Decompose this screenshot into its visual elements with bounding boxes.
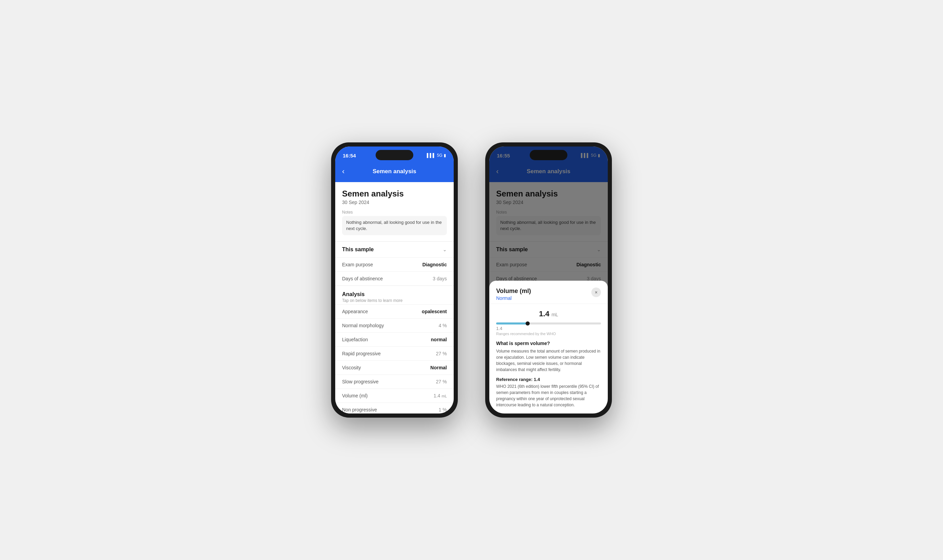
viscosity-value-1: Normal [430,365,447,370]
exam-purpose-value-1: Diagnostic [422,262,447,267]
status-icons-1: ▌▌▌ 5G ▮ [427,153,446,158]
dynamic-island [376,150,413,160]
modal-title-group: Volume (ml) Normal [496,288,531,301]
modal-body: 1.4 mL 1.4 Ranges recommended by the WHO [489,304,608,414]
sample-section-1: This sample ⌄ Exam purpose Diagnostic Da… [335,241,454,286]
analysis-section-1: Analysis Tap on below items to learn mor… [335,286,454,304]
slow-progressive-row-1[interactable]: Slow progressive 27 % [335,374,454,389]
sample-title-1: This sample [342,246,374,252]
report-title-1: Semen analysis [342,189,447,199]
network-type: 5G [437,153,442,158]
range-note: Ranges recommended by the WHO [496,332,601,336]
liquefaction-label-1: Liquefaction [342,337,368,342]
phone-1-screen: 16:54 ▌▌▌ 5G ▮ ‹ Semen analysis Semen an… [335,146,454,414]
reference-text: WHO 2021 (6th edition) lower fifth perce… [496,383,601,408]
volume-unit: mL [552,312,558,317]
slow-progressive-value-1: 27 % [436,379,447,385]
analysis-title-1: Analysis [342,291,447,297]
phone-2: 16:55 ▌▌▌ 5G ▮ ‹ Semen analysis Semen an… [485,142,612,418]
signal-bars-icon: ▌▌▌ [427,153,436,158]
reference-title: Reference range: 1.4 [496,377,601,382]
liquefaction-row-1[interactable]: Liquefaction normal [335,332,454,346]
exam-purpose-label-1: Exam purpose [342,262,373,267]
content-area-1: Semen analysis 30 Sep 2024 Notes Nothing… [335,182,454,414]
modal-title: Volume (ml) [496,288,531,295]
abstinence-row-1[interactable]: Days of abstinence 3 days [335,271,454,286]
normal-morphology-label-1: Normal morphology [342,323,384,328]
normal-morphology-value-1: 4 % [439,323,447,328]
normal-morphology-row-1[interactable]: Normal morphology 4 % [335,318,454,332]
notes-label-1: Notes [342,210,447,215]
range-bar-container: 1.4 Ranges recommended by the WHO [496,322,601,336]
volume-value-1: 1.4 mL [433,393,447,398]
back-button-1[interactable]: ‹ [341,166,346,177]
liquefaction-value-1: normal [431,337,447,342]
range-value: 1.4 [496,326,601,331]
rapid-progressive-label-1: Rapid progressive [342,351,381,356]
volume-row-1[interactable]: Volume (ml) 1.4 mL [335,389,454,403]
phone-1: 16:54 ▌▌▌ 5G ▮ ‹ Semen analysis Semen an… [331,142,458,418]
slow-progressive-label-1: Slow progressive [342,379,379,385]
range-bar-fill [496,322,528,325]
phone-2-screen: 16:55 ▌▌▌ 5G ▮ ‹ Semen analysis Semen an… [489,146,608,414]
appearance-value-1: opalescent [422,309,447,314]
nav-bar-1: ‹ Semen analysis [335,162,454,182]
non-progressive-label-1: Non progressive [342,407,377,412]
volume-label-1: Volume (ml) [342,393,368,398]
viscosity-row-1[interactable]: Viscosity Normal [335,360,454,374]
what-is-title: What is sperm volume? [496,341,601,346]
close-icon: × [595,289,598,295]
analysis-subtitle-1: Tap on below items to learn more [342,298,447,303]
report-header-1: Semen analysis 30 Sep 2024 Notes Nothing… [335,182,454,237]
rapid-progressive-row-1[interactable]: Rapid progressive 27 % [335,346,454,360]
volume-display: 1.4 mL [496,309,601,318]
appearance-label-1: Appearance [342,309,368,314]
modal-overlay: Volume (ml) Normal × 1.4 mL [489,146,608,414]
what-is-text: Volume measures the total amount of seme… [496,348,601,373]
non-progressive-row-1[interactable]: Non progressive 1 % [335,403,454,414]
range-bar-bg [496,322,601,325]
rapid-progressive-value-1: 27 % [436,351,447,356]
report-date-1: 30 Sep 2024 [342,200,447,205]
exam-purpose-row-1[interactable]: Exam purpose Diagnostic [335,257,454,271]
modal-sheet: Volume (ml) Normal × 1.4 mL [489,281,608,414]
range-dot [525,322,530,326]
battery-icon: ▮ [444,153,446,158]
volume-value-display: 1.4 mL [539,309,558,318]
abstinence-value-1: 3 days [433,276,447,282]
chevron-icon-1: ⌄ [443,247,447,252]
non-progressive-value-1: 1 % [439,407,447,412]
status-time-1: 16:54 [343,153,356,158]
appearance-row-1[interactable]: Appearance opalescent [335,304,454,318]
nav-title-1: Semen analysis [373,168,416,175]
notes-text-1: Nothing abnormal, all looking good for u… [342,216,447,235]
modal-status: Normal [496,295,531,301]
viscosity-label-1: Viscosity [342,365,361,370]
sample-header-1[interactable]: This sample ⌄ [335,242,454,257]
modal-close-button[interactable]: × [591,288,601,297]
modal-header: Volume (ml) Normal × [489,281,608,304]
abstinence-label-1: Days of abstinence [342,276,383,282]
